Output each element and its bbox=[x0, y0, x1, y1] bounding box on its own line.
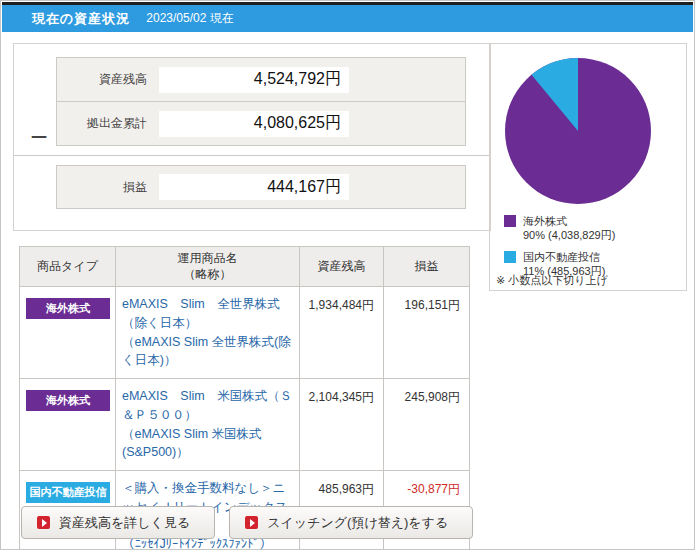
product-name-link[interactable]: eMAXIS Slim 米国株式（Ｓ＆Ｐ５００） （eMAXIS Slim 米国… bbox=[122, 389, 292, 459]
product-type-badge: 海外株式 bbox=[26, 390, 110, 411]
product-type-cell: 海外株式 bbox=[20, 379, 116, 471]
col-header-profit-loss: 損益 bbox=[384, 247, 470, 287]
profit-loss-cell: 245,908円 bbox=[384, 379, 470, 471]
profit-loss-cell: 196,151円 bbox=[384, 287, 470, 379]
table-row: 海外株式 eMAXIS Slim 米国株式（Ｓ＆Ｐ５００） （eMAXIS Sl… bbox=[20, 379, 470, 471]
view-balance-detail-button[interactable]: 資産残高を詳しく見る bbox=[21, 506, 215, 539]
holdings-table: 商品タイプ 運用商品名 （略称） 資産残高 損益 海外株式 eMAXIS Sli… bbox=[19, 246, 470, 550]
product-type-badge: 海外株式 bbox=[26, 298, 110, 319]
balance-cell: 1,934,484円 bbox=[300, 287, 384, 379]
profit-loss-box: 損益 444,167円 bbox=[56, 165, 466, 209]
asset-balance-value: 4,524,792円 bbox=[159, 67, 349, 93]
table-header-row: 商品タイプ 運用商品名 （略称） 資産残高 損益 bbox=[20, 247, 470, 287]
product-name-cell: eMAXIS Slim 全世界株式（除く日本） （eMAXIS Slim 全世界… bbox=[116, 287, 300, 379]
profit-loss-row: 損益 444,167円 bbox=[57, 166, 465, 208]
table-row: 海外株式 eMAXIS Slim 全世界株式（除く日本） （eMAXIS Sli… bbox=[20, 287, 470, 379]
legend-swatch-cyan-icon bbox=[504, 251, 516, 263]
product-type-cell: 海外株式 bbox=[20, 287, 116, 379]
contribution-total-row: 拠出金累計 4,080,625円 bbox=[57, 101, 465, 145]
switching-button[interactable]: スイッチング(預け替え)をする bbox=[229, 506, 473, 539]
red-arrow-icon bbox=[245, 516, 258, 529]
col-header-product-name: 運用商品名 （略称） bbox=[116, 247, 300, 287]
asset-status-page: 現在の資産状況 2023/05/02 現在 資産残高 4,524,792円 拠出… bbox=[0, 0, 695, 550]
balance-cell: 2,104,345円 bbox=[300, 379, 384, 471]
action-button-row: 資産残高を詳しく見る スイッチング(預け替え)をする bbox=[21, 506, 473, 539]
switching-label: スイッチング(預け替え)をする bbox=[267, 514, 448, 532]
allocation-chart-panel: 海外株式 90% (4,038,829円) 国内不動産投信 11% (485,9… bbox=[489, 43, 687, 291]
col-header-product-type: 商品タイプ bbox=[20, 247, 116, 287]
balance-contribution-box: 資産残高 4,524,792円 拠出金累計 4,080,625円 bbox=[56, 57, 466, 146]
contribution-total-label: 拠出金累計 bbox=[57, 115, 147, 132]
asset-balance-label: 資産残高 bbox=[57, 71, 147, 88]
red-arrow-icon bbox=[37, 516, 50, 529]
contribution-total-value: 4,080,625円 bbox=[159, 111, 349, 137]
asset-balance-row: 資産残高 4,524,792円 bbox=[57, 58, 465, 101]
legend-label: 海外株式 bbox=[523, 215, 567, 227]
as-of-date: 2023/05/02 現在 bbox=[146, 10, 233, 27]
profit-loss-value: 444,167円 bbox=[159, 174, 349, 200]
equals-divider bbox=[14, 155, 490, 156]
minus-operator: − bbox=[24, 132, 54, 142]
section-title-bar: 現在の資産状況 2023/05/02 現在 bbox=[2, 2, 693, 32]
product-name-cell: eMAXIS Slim 米国株式（Ｓ＆Ｐ５００） （eMAXIS Slim 米国… bbox=[116, 379, 300, 471]
legend-value: 90% (4,038,829円) bbox=[523, 229, 615, 241]
legend-label: 国内不動産投信 bbox=[523, 251, 600, 263]
page-title: 現在の資産状況 bbox=[32, 10, 130, 28]
legend-item-overseas-equity: 海外株式 90% (4,038,829円) bbox=[504, 214, 615, 243]
balance-formula-panel: 資産残高 4,524,792円 拠出金累計 4,080,625円 − 損益 44… bbox=[13, 43, 491, 231]
product-type-badge: 国内不動産投信 bbox=[26, 482, 110, 503]
view-balance-detail-label: 資産残高を詳しく見る bbox=[59, 514, 190, 532]
allocation-pie-chart bbox=[503, 56, 653, 206]
product-name-link[interactable]: eMAXIS Slim 全世界株式（除く日本） （eMAXIS Slim 全世界… bbox=[122, 297, 291, 367]
col-header-balance: 資産残高 bbox=[300, 247, 384, 287]
legend-swatch-purple-icon bbox=[504, 215, 516, 227]
profit-loss-label: 損益 bbox=[57, 179, 147, 196]
rounding-note: ※ 小数点以下切り上げ bbox=[496, 273, 608, 288]
